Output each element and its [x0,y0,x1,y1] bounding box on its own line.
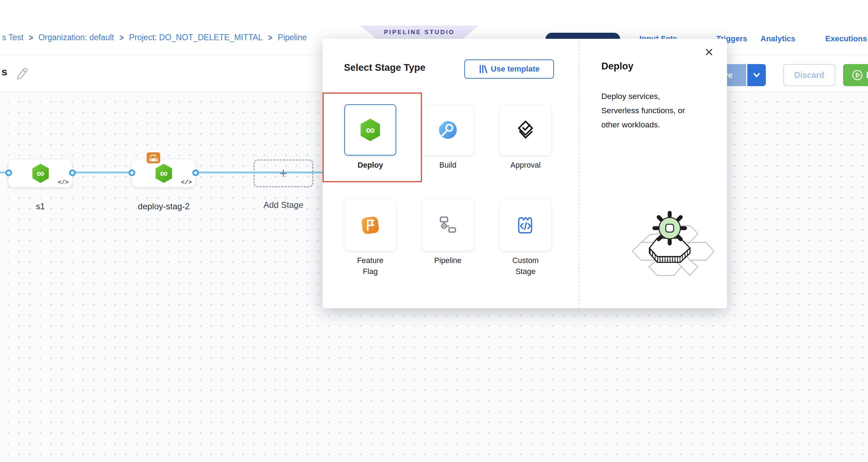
cd-stage-icon: ∞ [31,163,50,183]
close-icon[interactable]: ✕ [704,47,714,58]
run-button-label: Run [866,70,868,80]
chevron-down-icon [752,70,761,80]
selected-stage-highlight [323,93,422,182]
breadcrumb-separator: > [268,33,272,43]
svg-text:∞: ∞ [160,167,167,179]
breadcrumb-link[interactable]: Pipeline [278,33,307,42]
add-stage-button[interactable]: + [253,159,313,187]
run-button[interactable]: Run [843,64,868,86]
stage-type-label: Feature Flag [351,255,390,277]
stage-type-label: Approval [492,160,559,171]
feature-flag-stage-icon [359,214,381,236]
breadcrumb: s Test > Organization: default > Project… [2,33,307,42]
approval-stage-icon [514,118,537,142]
stage-port[interactable] [69,169,76,176]
run-play-icon [851,69,863,81]
breadcrumb-separator: > [29,33,33,43]
pipeline-stage-icon [437,214,459,236]
stage-node-deploy-stag-2[interactable]: ∞ </> [132,159,195,187]
stage-label: deploy-stag-2 [121,201,206,211]
stage-type-label: Build [415,160,481,171]
plus-icon: + [279,166,287,182]
breadcrumb-separator: > [119,33,124,43]
stage-type-card-approval[interactable] [500,104,551,156]
breadcrumb-link[interactable]: Organization: default [38,33,114,42]
stage-type-card-build[interactable] [422,104,474,156]
tab-analytics[interactable]: Analytics [760,34,795,43]
stage-type-card-custom[interactable] [500,200,551,251]
stage-port[interactable] [129,169,135,176]
stage-detail-description: Deploy services, Serverless functions, o… [601,89,698,132]
stage-node-s1[interactable]: ∞ </> [9,159,72,187]
stage-type-label: Custom Stage [506,255,545,277]
stage-type-label: Pipeline [415,255,481,266]
deploy-illustration [622,210,725,284]
use-template-button[interactable]: Use template [464,59,554,79]
cd-stage-icon: ∞ [155,163,173,183]
tab-executions[interactable]: Executions [825,34,867,43]
pipeline-title: s [1,66,7,78]
pipeline-studio-screen: ∞ </> ∞ </> + s1 deploy-stag-2 Add Stage… [0,0,868,462]
stage-port[interactable] [5,169,12,176]
discard-button[interactable]: Discard [783,64,835,86]
template-library-icon [479,64,487,74]
svg-text:∞: ∞ [37,167,44,179]
save-options-chevron-button[interactable] [747,64,766,86]
code-view-icon[interactable]: </> [58,179,69,186]
stage-type-card-pipeline[interactable] [422,200,474,251]
stage-label: s1 [9,201,72,211]
breadcrumb-link[interactable]: s Test [2,33,23,42]
add-stage-label: Add Stage [253,200,313,210]
edit-pencil-icon[interactable] [15,65,29,79]
rolling-deployment-icon [147,152,160,163]
stage-type-card-feature-flag[interactable] [344,200,396,251]
stage-port[interactable] [192,169,199,176]
stage-detail-title: Deploy [601,61,633,72]
code-view-icon[interactable]: </> [181,179,192,186]
pipeline-studio-badge: PIPELINE STUDIO [360,26,479,39]
build-stage-icon [437,119,459,141]
modal-title: Select Stage Type [344,62,425,73]
breadcrumb-link[interactable]: Project: DO_NOT_DELETE_MITTAL [129,33,262,42]
use-template-label: Use template [491,64,540,74]
custom-stage-icon [514,214,537,236]
modal-divider [579,39,579,308]
